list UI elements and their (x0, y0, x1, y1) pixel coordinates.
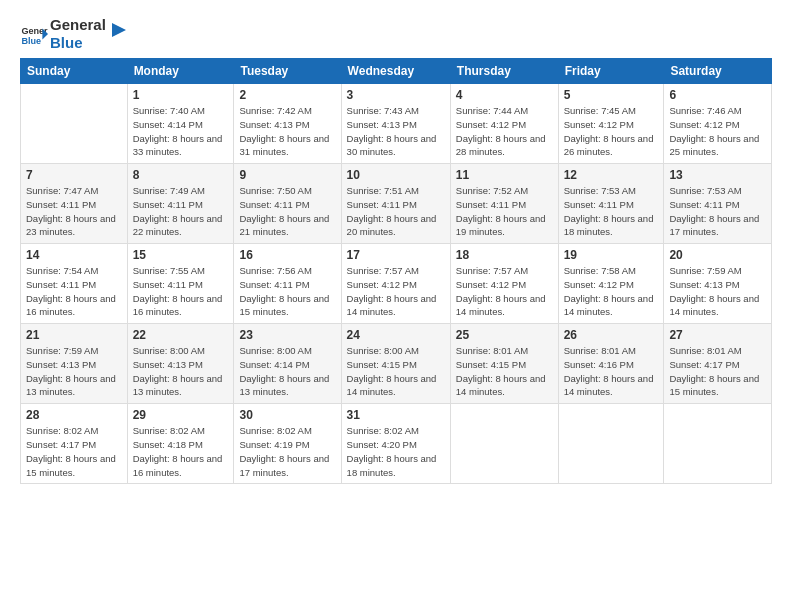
day-info: Sunrise: 7:47 AMSunset: 4:11 PMDaylight:… (26, 184, 122, 239)
day-info: Sunrise: 7:43 AMSunset: 4:13 PMDaylight:… (347, 104, 445, 159)
calendar-cell (664, 404, 772, 484)
week-row-5: 28Sunrise: 8:02 AMSunset: 4:17 PMDayligh… (21, 404, 772, 484)
calendar-cell: 6Sunrise: 7:46 AMSunset: 4:12 PMDaylight… (664, 84, 772, 164)
day-number: 3 (347, 88, 445, 102)
day-info: Sunrise: 7:51 AMSunset: 4:11 PMDaylight:… (347, 184, 445, 239)
day-info: Sunrise: 8:01 AMSunset: 4:15 PMDaylight:… (456, 344, 553, 399)
page: General Blue General Blue SundayMondayTu… (0, 0, 792, 612)
weekday-header-saturday: Saturday (664, 59, 772, 84)
day-number: 12 (564, 168, 659, 182)
day-number: 23 (239, 328, 335, 342)
calendar-cell: 1Sunrise: 7:40 AMSunset: 4:14 PMDaylight… (127, 84, 234, 164)
day-number: 30 (239, 408, 335, 422)
day-info: Sunrise: 8:02 AMSunset: 4:18 PMDaylight:… (133, 424, 229, 479)
weekday-header-sunday: Sunday (21, 59, 128, 84)
day-info: Sunrise: 7:49 AMSunset: 4:11 PMDaylight:… (133, 184, 229, 239)
logo-blue: Blue (50, 34, 106, 52)
day-info: Sunrise: 7:44 AMSunset: 4:12 PMDaylight:… (456, 104, 553, 159)
day-number: 1 (133, 88, 229, 102)
calendar-cell: 7Sunrise: 7:47 AMSunset: 4:11 PMDaylight… (21, 164, 128, 244)
calendar-cell: 11Sunrise: 7:52 AMSunset: 4:11 PMDayligh… (450, 164, 558, 244)
day-number: 8 (133, 168, 229, 182)
week-row-4: 21Sunrise: 7:59 AMSunset: 4:13 PMDayligh… (21, 324, 772, 404)
day-info: Sunrise: 7:52 AMSunset: 4:11 PMDaylight:… (456, 184, 553, 239)
calendar-cell: 17Sunrise: 7:57 AMSunset: 4:12 PMDayligh… (341, 244, 450, 324)
day-info: Sunrise: 8:02 AMSunset: 4:19 PMDaylight:… (239, 424, 335, 479)
calendar-cell: 19Sunrise: 7:58 AMSunset: 4:12 PMDayligh… (558, 244, 664, 324)
day-info: Sunrise: 7:59 AMSunset: 4:13 PMDaylight:… (26, 344, 122, 399)
day-number: 25 (456, 328, 553, 342)
weekday-header-friday: Friday (558, 59, 664, 84)
calendar-cell: 4Sunrise: 7:44 AMSunset: 4:12 PMDaylight… (450, 84, 558, 164)
calendar-cell: 21Sunrise: 7:59 AMSunset: 4:13 PMDayligh… (21, 324, 128, 404)
calendar-cell: 5Sunrise: 7:45 AMSunset: 4:12 PMDaylight… (558, 84, 664, 164)
day-number: 26 (564, 328, 659, 342)
calendar-cell: 22Sunrise: 8:00 AMSunset: 4:13 PMDayligh… (127, 324, 234, 404)
day-number: 7 (26, 168, 122, 182)
day-info: Sunrise: 7:55 AMSunset: 4:11 PMDaylight:… (133, 264, 229, 319)
calendar-cell: 14Sunrise: 7:54 AMSunset: 4:11 PMDayligh… (21, 244, 128, 324)
day-info: Sunrise: 7:46 AMSunset: 4:12 PMDaylight:… (669, 104, 766, 159)
day-number: 24 (347, 328, 445, 342)
day-info: Sunrise: 7:54 AMSunset: 4:11 PMDaylight:… (26, 264, 122, 319)
day-number: 4 (456, 88, 553, 102)
svg-marker-3 (112, 23, 126, 37)
day-info: Sunrise: 7:59 AMSunset: 4:13 PMDaylight:… (669, 264, 766, 319)
calendar-cell: 13Sunrise: 7:53 AMSunset: 4:11 PMDayligh… (664, 164, 772, 244)
day-number: 22 (133, 328, 229, 342)
day-number: 19 (564, 248, 659, 262)
day-info: Sunrise: 8:00 AMSunset: 4:15 PMDaylight:… (347, 344, 445, 399)
day-info: Sunrise: 8:00 AMSunset: 4:14 PMDaylight:… (239, 344, 335, 399)
calendar-cell: 12Sunrise: 7:53 AMSunset: 4:11 PMDayligh… (558, 164, 664, 244)
day-number: 16 (239, 248, 335, 262)
day-number: 28 (26, 408, 122, 422)
calendar-cell: 10Sunrise: 7:51 AMSunset: 4:11 PMDayligh… (341, 164, 450, 244)
day-info: Sunrise: 8:01 AMSunset: 4:16 PMDaylight:… (564, 344, 659, 399)
svg-text:Blue: Blue (21, 36, 41, 46)
calendar-cell: 20Sunrise: 7:59 AMSunset: 4:13 PMDayligh… (664, 244, 772, 324)
calendar-table: SundayMondayTuesdayWednesdayThursdayFrid… (20, 58, 772, 484)
day-number: 5 (564, 88, 659, 102)
day-number: 13 (669, 168, 766, 182)
day-number: 29 (133, 408, 229, 422)
calendar-cell: 27Sunrise: 8:01 AMSunset: 4:17 PMDayligh… (664, 324, 772, 404)
day-info: Sunrise: 7:50 AMSunset: 4:11 PMDaylight:… (239, 184, 335, 239)
day-number: 11 (456, 168, 553, 182)
day-info: Sunrise: 8:01 AMSunset: 4:17 PMDaylight:… (669, 344, 766, 399)
calendar-cell: 26Sunrise: 8:01 AMSunset: 4:16 PMDayligh… (558, 324, 664, 404)
header: General Blue General Blue (20, 16, 772, 52)
calendar-cell: 30Sunrise: 8:02 AMSunset: 4:19 PMDayligh… (234, 404, 341, 484)
day-number: 27 (669, 328, 766, 342)
logo-arrow-icon (108, 19, 130, 41)
day-number: 15 (133, 248, 229, 262)
weekday-header-thursday: Thursday (450, 59, 558, 84)
calendar-cell: 31Sunrise: 8:02 AMSunset: 4:20 PMDayligh… (341, 404, 450, 484)
calendar-cell: 2Sunrise: 7:42 AMSunset: 4:13 PMDaylight… (234, 84, 341, 164)
calendar-cell: 9Sunrise: 7:50 AMSunset: 4:11 PMDaylight… (234, 164, 341, 244)
day-number: 2 (239, 88, 335, 102)
day-info: Sunrise: 7:56 AMSunset: 4:11 PMDaylight:… (239, 264, 335, 319)
day-number: 9 (239, 168, 335, 182)
calendar-cell: 29Sunrise: 8:02 AMSunset: 4:18 PMDayligh… (127, 404, 234, 484)
day-info: Sunrise: 7:53 AMSunset: 4:11 PMDaylight:… (669, 184, 766, 239)
day-info: Sunrise: 8:02 AMSunset: 4:17 PMDaylight:… (26, 424, 122, 479)
day-info: Sunrise: 7:53 AMSunset: 4:11 PMDaylight:… (564, 184, 659, 239)
weekday-header-row: SundayMondayTuesdayWednesdayThursdayFrid… (21, 59, 772, 84)
day-number: 6 (669, 88, 766, 102)
logo-icon: General Blue (20, 20, 48, 48)
day-info: Sunrise: 8:02 AMSunset: 4:20 PMDaylight:… (347, 424, 445, 479)
day-number: 21 (26, 328, 122, 342)
calendar-cell (21, 84, 128, 164)
logo: General Blue General Blue (20, 16, 130, 52)
weekday-header-monday: Monday (127, 59, 234, 84)
calendar-cell: 28Sunrise: 8:02 AMSunset: 4:17 PMDayligh… (21, 404, 128, 484)
week-row-3: 14Sunrise: 7:54 AMSunset: 4:11 PMDayligh… (21, 244, 772, 324)
calendar-cell: 3Sunrise: 7:43 AMSunset: 4:13 PMDaylight… (341, 84, 450, 164)
week-row-2: 7Sunrise: 7:47 AMSunset: 4:11 PMDaylight… (21, 164, 772, 244)
day-info: Sunrise: 7:40 AMSunset: 4:14 PMDaylight:… (133, 104, 229, 159)
calendar-cell: 16Sunrise: 7:56 AMSunset: 4:11 PMDayligh… (234, 244, 341, 324)
calendar-cell: 25Sunrise: 8:01 AMSunset: 4:15 PMDayligh… (450, 324, 558, 404)
day-info: Sunrise: 7:57 AMSunset: 4:12 PMDaylight:… (347, 264, 445, 319)
calendar-cell: 23Sunrise: 8:00 AMSunset: 4:14 PMDayligh… (234, 324, 341, 404)
day-number: 10 (347, 168, 445, 182)
